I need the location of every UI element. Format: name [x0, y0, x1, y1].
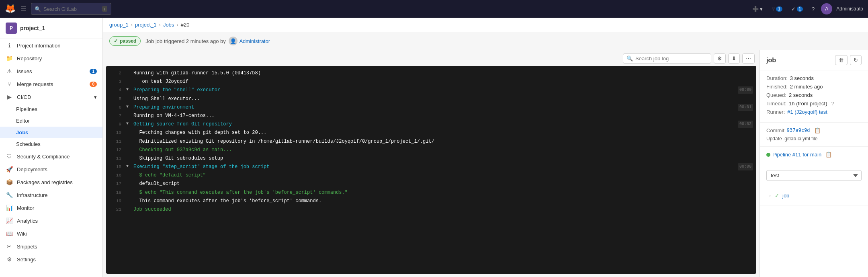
log-search-icon: 🔍 — [626, 55, 633, 62]
right-panel-commit: Commit 937a9c9d 📋 Update .gitlab-ci.yml … — [760, 123, 868, 147]
sidebar-item-merge-requests[interactable]: ⑂ Merge requests 0 — [0, 78, 102, 90]
breadcrumb-current: #20 — [181, 22, 190, 28]
queued-value: 2 seconds — [789, 92, 813, 98]
refresh-button[interactable]: ↻ — [850, 55, 862, 65]
sidebar-item-issues[interactable]: ⚠ Issues 1 — [0, 65, 102, 78]
job-arrow: → ✓ job — [766, 191, 862, 200]
breadcrumb-project[interactable]: project_1 — [135, 22, 156, 28]
sidebar-sub-item-editor[interactable]: Editor — [0, 115, 102, 127]
sidebar-item-project-information[interactable]: ℹ Project information — [0, 39, 102, 52]
sidebar-item-cicd[interactable]: ▶ CI/CD ▾ — [0, 90, 102, 103]
log-search-input[interactable] — [635, 55, 708, 62]
settings-icon: ⚙ — [6, 256, 13, 263]
schedules-label: Schedules — [16, 141, 41, 147]
breadcrumb-group[interactable]: group_1 — [109, 22, 129, 28]
search-box: 🔍 / — [31, 3, 111, 15]
sidebar-item-wiki[interactable]: 📖 Wiki — [0, 227, 102, 240]
sidebar-item-label: Wiki — [17, 231, 97, 237]
status-label: passed — [120, 38, 136, 44]
log-more-button[interactable]: ⋯ — [742, 53, 755, 64]
sidebar-item-security[interactable]: 🛡 Security & Compliance — [0, 150, 102, 163]
plus-menu-button[interactable]: ➕ ▾ — [750, 4, 765, 14]
right-panel-stage: test — [760, 165, 868, 186]
content-area: group_1 › project_1 › Jobs › #20 ✓ passe… — [103, 18, 868, 277]
log-settings-button[interactable]: ⚙ — [714, 53, 726, 64]
trigger-user-name[interactable]: Administrator — [239, 38, 270, 44]
snippets-icon: ✂ — [6, 243, 13, 250]
breadcrumb-sep-3: › — [176, 22, 178, 28]
sidebar-item-monitor[interactable]: 📊 Monitor — [0, 201, 102, 214]
copy-button[interactable]: 🗑 — [835, 55, 848, 65]
runner-label: Runner: — [766, 109, 785, 115]
job-link[interactable]: job — [782, 193, 789, 199]
copy-pipeline-icon[interactable]: 📋 — [825, 152, 832, 158]
sidebar: P project_1 ℹ Project information 📁 Repo… — [0, 18, 103, 277]
right-panel-header: job 🗑 ↻ — [760, 50, 868, 70]
right-panel-meta: Duration: 3 seconds Finished: 2 minutes … — [760, 70, 868, 123]
jobs-label: Jobs — [16, 129, 28, 135]
copy-commit-icon[interactable]: 📋 — [814, 127, 821, 133]
topnav-user: Administrato — [836, 6, 863, 12]
sidebar-item-label: Repository — [17, 55, 97, 62]
topnav: 🦊 ☰ 🔍 / ➕ ▾ ⑂ 1 ✓ 1 ? A Administrato — [0, 0, 868, 18]
search-input[interactable] — [43, 6, 100, 12]
timeout-label: Timeout: — [766, 101, 786, 107]
sidebar-item-snippets[interactable]: ✂ Snippets — [0, 240, 102, 253]
stage-select[interactable]: test — [766, 170, 862, 181]
commit-row: Commit 937a9c9d 📋 — [766, 127, 862, 133]
runner-value[interactable]: #1 (J2oyqoif) test — [787, 109, 827, 115]
arrow-right-icon: → — [766, 193, 772, 199]
merge-request-icon: ⑂ — [6, 81, 13, 87]
project-header[interactable]: P project_1 — [0, 18, 102, 39]
sidebar-sub-item-pipelines[interactable]: Pipelines — [0, 103, 102, 115]
commit-hash[interactable]: 937a9c9d — [787, 127, 810, 133]
wiki-icon: 📖 — [6, 230, 13, 237]
breadcrumb-jobs[interactable]: Jobs — [163, 22, 174, 28]
issues-badge: 1 — [90, 69, 97, 74]
sidebar-sub-item-schedules[interactable]: Schedules — [0, 138, 102, 150]
sidebar-item-infrastructure[interactable]: 🔧 Infrastructure — [0, 189, 102, 201]
sidebar-item-label: Security & Compliance — [17, 154, 97, 160]
queued-label: Queued: — [766, 92, 786, 98]
sidebar-item-analytics[interactable]: 📈 Analytics — [0, 214, 102, 227]
pipeline-value[interactable]: Pipeline #11 for main — [772, 152, 821, 158]
todos-button[interactable]: ✓ 1 — [789, 4, 806, 14]
timeout-value: 1h (from project) — [789, 101, 827, 107]
log-line: 4 ▼ Preparing the "shell" executor 00:00 — [106, 86, 756, 94]
pipeline-badge: Pipeline #11 for main — [766, 152, 821, 158]
sidebar-item-label: Infrastructure — [17, 192, 97, 198]
gitlab-logo[interactable]: 🦊 — [5, 4, 16, 14]
merge-request-icon: ⑂ — [772, 6, 775, 12]
duration-label: Duration: — [766, 75, 788, 81]
job-header: ✓ passed Job job triggered 2 minutes ago… — [103, 32, 868, 50]
merge-request-badge: 1 — [776, 6, 782, 12]
sidebar-item-repository[interactable]: 📁 Repository — [0, 52, 102, 65]
timeout-row: Timeout: 1h (from project) ? — [766, 101, 862, 107]
timeout-help-icon[interactable]: ? — [831, 101, 834, 107]
finished-label: Finished: — [766, 84, 788, 90]
deployments-icon: 🚀 — [6, 166, 13, 172]
sidebar-item-label: CI/CD — [17, 94, 90, 100]
trigger-user-avatar: 👤 — [229, 37, 237, 45]
sidebar-item-label: Merge requests — [17, 81, 86, 87]
sidebar-item-deployments[interactable]: 🚀 Deployments — [0, 163, 102, 176]
merge-requests-button[interactable]: ⑂ 1 — [769, 4, 785, 14]
sidebar-item-label: Analytics — [17, 218, 97, 224]
log-download-button[interactable]: ⬇ — [728, 53, 740, 64]
search-icon: 🔍 — [35, 6, 41, 12]
log-toolbar: 🔍 ⚙ ⬇ ⋯ — [106, 53, 756, 64]
avatar[interactable]: A — [821, 3, 832, 14]
merge-request-badge: 0 — [90, 82, 97, 87]
right-panel-actions: 🗑 ↻ — [835, 55, 862, 65]
log-line: 2 Running with gitlab-runner 15.5.0 (0d4… — [106, 69, 756, 78]
help-icon: ? — [812, 6, 815, 12]
log-line: 6 ▼ Preparing environment 00:01 — [106, 103, 756, 112]
help-button[interactable]: ? — [809, 4, 817, 14]
sidebar-sub-item-jobs[interactable]: Jobs — [0, 127, 102, 138]
log-search-box: 🔍 — [623, 53, 711, 64]
log-area: 🔍 ⚙ ⬇ ⋯ 2 Running with gitlab-runner 15.… — [103, 50, 760, 277]
log-line: 3 on test J2oyqoif — [106, 78, 756, 86]
hamburger-icon[interactable]: ☰ — [19, 4, 28, 14]
sidebar-item-packages[interactable]: 📦 Packages and registries — [0, 176, 102, 189]
sidebar-item-settings[interactable]: ⚙ Settings — [0, 253, 102, 266]
